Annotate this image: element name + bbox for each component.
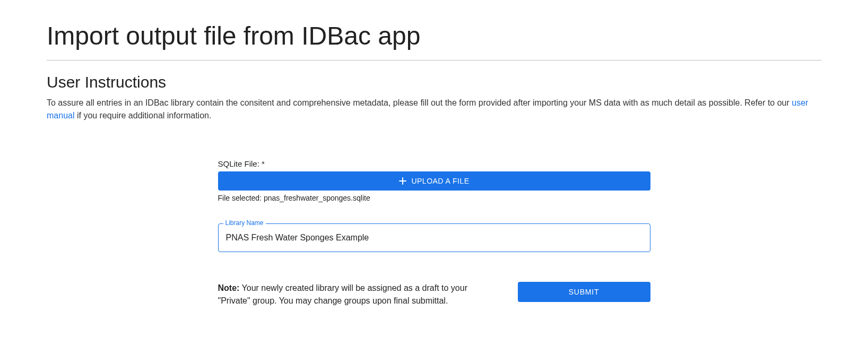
instructions-text: To assure all entries in an IDBac librar… [47, 97, 821, 122]
library-name-input[interactable] [218, 223, 650, 252]
plus-icon [398, 177, 407, 185]
upload-button-label: UPLOAD A FILE [411, 177, 469, 185]
selected-file-name: pnas_freshwater_sponges.sqlite [264, 194, 370, 202]
note-body: Your newly created library will be assig… [218, 283, 467, 305]
library-name-label: Library Name [223, 219, 266, 227]
selected-file-text: File selected: pnas_freshwater_sponges.s… [218, 194, 650, 202]
title-divider [47, 60, 821, 61]
note-label: Note: [218, 283, 240, 292]
instructions-heading: User Instructions [47, 73, 821, 91]
upload-file-button[interactable]: UPLOAD A FILE [218, 171, 650, 191]
note-text: Note: Your newly created library will be… [218, 282, 497, 307]
submit-button[interactable]: SUBMIT [518, 282, 650, 302]
import-form: SQLite File: * UPLOAD A FILE File select… [218, 159, 650, 307]
library-name-field: Library Name [218, 223, 650, 252]
page-title: Import output file from IDBac app [47, 21, 821, 50]
sqlite-file-label: SQLite File: * [218, 159, 650, 168]
instructions-text-after: if you require additional information. [74, 111, 211, 120]
selected-file-prefix: File selected: [218, 194, 264, 202]
instructions-text-before: To assure all entries in an IDBac librar… [47, 98, 792, 107]
form-footer: Note: Your newly created library will be… [218, 282, 650, 307]
